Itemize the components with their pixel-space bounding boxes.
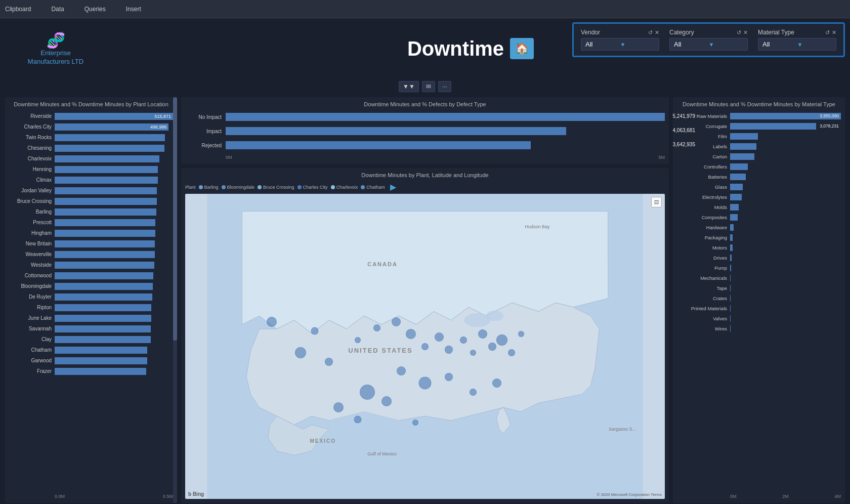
vendor-refresh-icon[interactable]: ↺	[648, 29, 653, 36]
legend-dot-bruce-crossing	[258, 185, 262, 189]
dna-icon: 🧬	[47, 31, 65, 49]
legend-bloomingdale: Bloomingdale	[222, 185, 255, 190]
plant-scrollbar-thumb[interactable]	[173, 97, 177, 341]
category-filter-group: Category ↺ ✕ All ▼	[669, 29, 748, 51]
page-title: Downtime	[407, 37, 504, 60]
plant-scrollbar[interactable]	[173, 97, 177, 503]
map-dot	[311, 327, 318, 335]
material-type-close-icon[interactable]: ✕	[832, 29, 836, 36]
filter-panel: Vendor ↺ ✕ All ▼ Category ↺ ✕ All	[572, 22, 845, 57]
material-chart-title: Downtime Minutes and % Downtime Minutes …	[677, 101, 841, 107]
plant-chart-axis: 0.0M 0.5M	[9, 493, 173, 499]
map-dot	[445, 373, 453, 381]
more-button[interactable]: ···	[438, 81, 451, 92]
toolbar-data[interactable]: Data	[51, 6, 64, 13]
plant-location-chart-panel: Downtime Minutes and % Downtime Minutes …	[5, 97, 177, 503]
vendor-close-icon[interactable]: ✕	[655, 29, 659, 36]
map-dot	[373, 324, 380, 331]
legend-barling: Barling	[199, 185, 219, 190]
category-close-icon[interactable]: ✕	[743, 29, 748, 36]
toolbar-insert[interactable]: Insert	[126, 6, 141, 13]
material-bar-row: Electrolytes 408,835	[677, 192, 841, 201]
map-dot	[381, 396, 392, 406]
plant-bar-chart: Riverside 515,871 Charles City 496,986 T…	[9, 111, 173, 493]
toolbar-queries[interactable]: Queries	[84, 6, 106, 13]
plant-bar-row: Frazer 399,952	[9, 366, 173, 376]
map-dot	[412, 419, 418, 426]
company-name: EnterpriseManufacturers LTD	[28, 49, 83, 66]
vendor-select[interactable]: All ▼	[581, 38, 659, 51]
plant-bar-row: Charles City 496,986	[9, 122, 173, 132]
plant-bar-row: Westside 434,805	[9, 260, 173, 270]
map-dot	[470, 350, 476, 356]
home-button[interactable]: 🏠	[510, 38, 534, 59]
defect-chart-title: Downtime Minutes and % Defects by Defect…	[185, 101, 665, 107]
plant-bar-row: Bloomingdale 428,052	[9, 281, 173, 291]
category-select[interactable]: All ▼	[669, 38, 748, 51]
map-overlay-button[interactable]: ⊡	[651, 197, 662, 207]
plant-bar-row: Cottonwood 430,738	[9, 271, 173, 280]
map-dot	[496, 334, 507, 346]
map-label-canada: CANADA	[367, 261, 398, 267]
plant-bar-row: Chesaning 477,991	[9, 143, 173, 153]
plant-bar-row: Hingham 439,025	[9, 228, 173, 238]
material-type-label: Material Type ↺ ✕	[758, 29, 836, 36]
plant-bar-row: Chatham 404,388	[9, 345, 173, 355]
plant-chart-title: Downtime Minutes and % Downtime Minutes …	[9, 101, 173, 107]
map-copyright: © 2020 Microsoft Corporation Terms	[597, 492, 662, 497]
map-dot	[421, 343, 429, 350]
plant-bar-row: Bruce Crossing 444,670	[9, 196, 173, 206]
defect-bar-chart: No Impact 5,241,979 Impact 4,063,681 Rej…	[185, 111, 665, 151]
legend-dot-charles-city	[298, 185, 302, 189]
map-dot	[419, 376, 432, 389]
map-dot	[325, 358, 333, 366]
material-bar-row: Controllers 627,653	[677, 162, 841, 171]
map-label-hudson: Hudson Bay	[525, 224, 549, 229]
material-type-filter-group: Material Type ↺ ✕ All ▼	[758, 29, 836, 51]
map-dot	[508, 349, 515, 356]
category-refresh-icon[interactable]: ↺	[737, 29, 741, 36]
defect-bar-row: Impact 4,063,681	[185, 125, 665, 137]
legend-next-button[interactable]: ▶	[388, 182, 398, 192]
material-bar-row: Packaging 97,231	[677, 233, 841, 242]
legend-charlevoix: Charlevoix	[331, 185, 358, 190]
plant-bar-row: Henning 450,044	[9, 164, 173, 174]
map-dot	[435, 332, 444, 342]
defect-bar-row: No Impact 5,241,979	[185, 111, 665, 122]
material-type-chevron-icon: ▼	[797, 41, 832, 48]
legend-charles-city: Charles City	[298, 185, 328, 190]
material-type-refresh-icon[interactable]: ↺	[825, 29, 830, 36]
material-bar-row: Printed Materials 4,199	[677, 304, 841, 313]
plant-bar-row: Charlevoix 455,907	[9, 154, 173, 163]
filter-button[interactable]: ▼▼	[399, 81, 419, 92]
vendor-chevron-icon: ▼	[620, 41, 655, 48]
plant-bar-row: Twin Rocks 480,042	[9, 133, 173, 142]
plant-bar-row: De Ruyter 425,667	[9, 292, 173, 302]
map-dot	[460, 337, 467, 344]
map-dot	[354, 416, 362, 424]
plant-bar-row: Jordan Valley 444,790	[9, 186, 173, 195]
map-dot	[360, 385, 375, 400]
material-type-select[interactable]: All ▼	[758, 38, 836, 51]
vendor-label: Vendor ↺ ✕	[581, 29, 659, 36]
email-button[interactable]: ✉	[422, 81, 435, 92]
map-container: CANADA UNITED STATES MEXICO Gulf of Mexi…	[185, 194, 665, 499]
plant-bar-row: Clay 417,974	[9, 334, 173, 344]
plant-bar-row: June Lake 421,354	[9, 313, 173, 323]
vendor-filter-group: Vendor ↺ ✕ All ▼	[581, 29, 659, 51]
map-dot	[488, 343, 496, 351]
map-dot	[267, 317, 277, 327]
map-label-mexico: MEXICO	[310, 438, 335, 444]
map-dot	[333, 402, 344, 412]
plant-bar-row: Savannah 418,510	[9, 324, 173, 333]
toolbar: Clipboard Data Queries Insert	[0, 0, 850, 18]
material-chart-axis: 0M 2M 4M	[677, 493, 841, 499]
plant-bar-row: Climax 449,793	[9, 175, 173, 185]
legend-dot-chatham	[361, 185, 365, 189]
category-chevron-icon: ▼	[709, 41, 744, 48]
material-bar-row: Valves 4,078	[677, 314, 841, 323]
toolbar-clipboard[interactable]: Clipboard	[5, 6, 31, 13]
map-dot	[478, 329, 487, 339]
map-legend-label: Plant	[185, 185, 196, 190]
map-title: Downtime Minutes by Plant, Latitude and …	[185, 172, 665, 178]
